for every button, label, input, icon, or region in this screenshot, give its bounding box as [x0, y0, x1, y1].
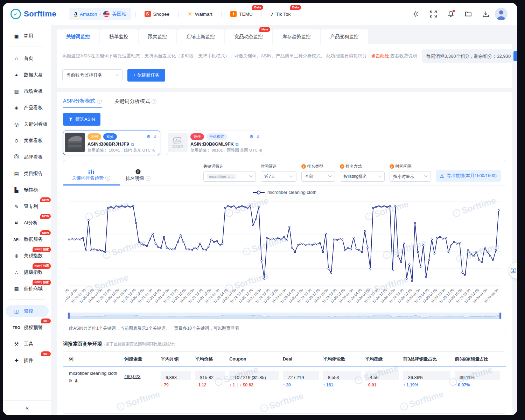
required-help-icon[interactable]: ? — [340, 164, 344, 169]
sidebar-item-category-report[interactable]: ▤类目报告 — [3, 168, 51, 180]
card-download-icon[interactable]: ⇩ — [153, 134, 157, 139]
sidebar-item-data-dashboard[interactable]: ◕数据大盘 — [3, 69, 51, 81]
sidebar-item-tro[interactable]: TRO侵权预警HOT — [3, 322, 51, 334]
data-dashboard-icon: ◕ — [13, 72, 20, 78]
create-task-button[interactable]: + 创建新任务 — [127, 69, 165, 82]
sidebar-item-ai[interactable]: AIAI分析NEW — [3, 217, 51, 229]
column-header: 前3卖家销量占比 — [453, 352, 502, 366]
card-download-icon[interactable]: ⇩ — [256, 134, 260, 139]
market-walmart[interactable]: ✳Walmart — [183, 7, 217, 21]
sidebar-item-shield[interactable]: ▣常用 — [3, 30, 51, 42]
funnel-icon — [69, 117, 73, 121]
trend-chart: 11-19 19:0011-19 22:0011-20 01:0011-20 0… — [63, 195, 506, 312]
sidebar-item-label: 市场看板 — [24, 88, 43, 94]
search-volume-value[interactable]: 490,023 — [124, 374, 140, 379]
zip-info: 使用邮编： 98101，西雅图 美西 UTC -8 — [190, 148, 260, 153]
export-data-button[interactable]: 导出数据(本月1500/1500) — [436, 170, 501, 182]
tab-店铺上新监控[interactable]: 店铺上新监控 — [177, 29, 224, 44]
help-icon[interactable]: ? — [146, 176, 150, 181]
monitor-icon: ◫ — [13, 308, 20, 314]
row-divider — [67, 392, 502, 392]
sidebar-item-market-board[interactable]: ▥市场看板 — [3, 85, 51, 97]
filter-select[interactable]: 近7天 — [261, 171, 296, 182]
copy-icon[interactable]: ⧉ — [131, 142, 134, 147]
files-folder-icon[interactable] — [465, 10, 472, 18]
pricing-link[interactable]: 点击此处 — [371, 53, 389, 58]
amazon-link-icon[interactable]: a — [75, 379, 78, 383]
tab-跟卖监控[interactable]: 跟卖监控 — [139, 29, 176, 44]
tab-榜单监控[interactable]: 榜单监控 — [100, 29, 138, 44]
card-settings-gear-icon[interactable]: ⚙ — [249, 134, 253, 139]
tab-产品变狗监控[interactable]: 产品变狗监控 — [321, 29, 368, 44]
copy-icon[interactable]: ⧉ — [69, 378, 72, 383]
help-icon[interactable]: ? — [97, 99, 102, 104]
tab-asin-mode[interactable]: ASIN分析模式 ? — [63, 98, 102, 108]
metric-value: $15.82 — [195, 371, 225, 380]
tab-库存趋势监控[interactable]: 库存趋势监控 — [273, 29, 320, 44]
banner-text: 高频监控ASIN在关键词下曝光位置动态，支持高自定义化（多时段，支持手机模式），… — [62, 53, 417, 59]
user-avatar[interactable] — [495, 8, 507, 20]
task-select-value: 当前账号监控任务 — [66, 72, 103, 78]
sidebar-divider — [9, 47, 45, 47]
view-button[interactable]: 查看 — [513, 51, 517, 61]
market-shopee[interactable]: SShopee — [140, 8, 175, 20]
sidebar-item-seller-board[interactable]: ⊖卖家看板 — [3, 135, 51, 147]
notifications-bell-icon[interactable] — [447, 10, 454, 18]
profit-index-icon: ∴ — [13, 270, 20, 275]
sidebar-item-toolbox[interactable]: ⚒工具 — [3, 338, 51, 350]
tab-关键词监控[interactable]: 关键词监控 — [57, 29, 99, 44]
sidebar-item-label: 品牌看板 — [24, 154, 43, 160]
download-center-icon[interactable] — [482, 10, 489, 18]
tab-keyword-mode[interactable]: 关键词分析模式 ? — [114, 98, 157, 108]
bestseller-icon: ▙ — [13, 187, 20, 193]
sidebar-item-product-board[interactable]: ◈产品看板 — [3, 102, 51, 114]
keyword-tag: microfiber cl... — [207, 174, 236, 179]
market-amazon[interactable]: aAmazon›美国站 — [69, 8, 131, 20]
asin-card-2[interactable]: 暂无图片 暂停 手机模式 ⚙ ⇩ ASIN:B0B8GM — [166, 131, 263, 155]
tab-竞品动态监控[interactable]: 竞品动态监控New — [225, 29, 272, 44]
filter-select[interactable]: 按小时展示 — [390, 171, 431, 182]
help-icon[interactable]: ? — [105, 176, 110, 181]
sidebar-item-brand-board[interactable]: Ⓡ品牌看板 — [3, 151, 51, 163]
datazoom-slider[interactable] — [68, 313, 502, 319]
required-help-icon[interactable]: ? — [301, 164, 306, 169]
logo[interactable]: ✓ Sorftime — [10, 9, 69, 19]
filter-label-text: 排名类型 — [307, 164, 323, 169]
sidebar-item-home[interactable]: ⌂首页 — [3, 52, 51, 64]
market-board-icon: ▥ — [13, 89, 20, 94]
help-icon[interactable]: ? — [152, 99, 156, 104]
card-settings-gear-icon[interactable]: ⚙ — [146, 134, 150, 139]
filter-select[interactable]: 全部 — [301, 171, 335, 182]
market-temu[interactable]: tTEMUBeta — [225, 8, 257, 20]
filter-asin-button[interactable]: 筛选ASIN — [63, 113, 100, 126]
filter-select[interactable]: microfiber cl... — [203, 171, 256, 182]
sidebar-item-label: 低价商城 — [24, 286, 43, 292]
sidebar-item-bestseller[interactable]: ▙畅销榜 — [3, 184, 51, 196]
sidebar-item-label: 首页 — [24, 55, 33, 62]
asin-card-1[interactable]: 示例 有效 ⚙ ⇩ ASIN:B08BRJHJF9⧉ 使用邮编： 10041，纽… — [63, 131, 160, 155]
tab-rank-trend[interactable]: 关键词排名趋势? — [72, 169, 110, 185]
task-select[interactable]: 当前账号监控任务 — [62, 69, 122, 81]
sidebar-item-low-price-mall[interactable]: ▦低价商城New | 独家 — [3, 283, 51, 295]
sidebar-item-plugin[interactable]: ✚插件HOT — [3, 355, 51, 366]
sidebar-item-profit-index[interactable]: ∴隐赚指数New | 独家 — [3, 266, 51, 278]
sidebar-collapse-button[interactable]: « — [3, 400, 51, 415]
chart-legend[interactable]: microfiber cleaning cloth — [63, 186, 506, 195]
settings-gear-icon[interactable] — [412, 10, 419, 18]
search-volume-cell: 490,023 — [122, 366, 159, 392]
sidebar-item-patent[interactable]: ✎查专利NEW — [3, 201, 51, 212]
tab-rank-detail[interactable]: 排名明细? — [126, 169, 150, 185]
market-tik-tok[interactable]: ♪Tik TokBeta — [266, 8, 295, 20]
sidebar-item-monitor[interactable]: ◫监控 — [6, 305, 49, 317]
no-image-placeholder: 暂无图片 — [168, 133, 188, 152]
fullscreen-icon[interactable] — [430, 10, 437, 18]
beta-badge: Beta — [252, 5, 263, 10]
notification-dot — [453, 10, 455, 12]
sidebar-item-keyword-board[interactable]: ◎关键词看板 — [3, 118, 51, 130]
filter-select[interactable]: 按listing排名 — [340, 171, 385, 182]
sidebar-item-tariff-index[interactable]: ⊕关税指数New | 独家 — [3, 250, 51, 262]
required-help-icon[interactable]: ? — [390, 164, 394, 169]
copy-icon[interactable]: ⧉ — [236, 142, 239, 147]
keyword-cell: microfiber cleaning cloth⧉a — [67, 366, 122, 392]
sidebar-item-api[interactable]: API数据服务NEW — [3, 233, 51, 245]
